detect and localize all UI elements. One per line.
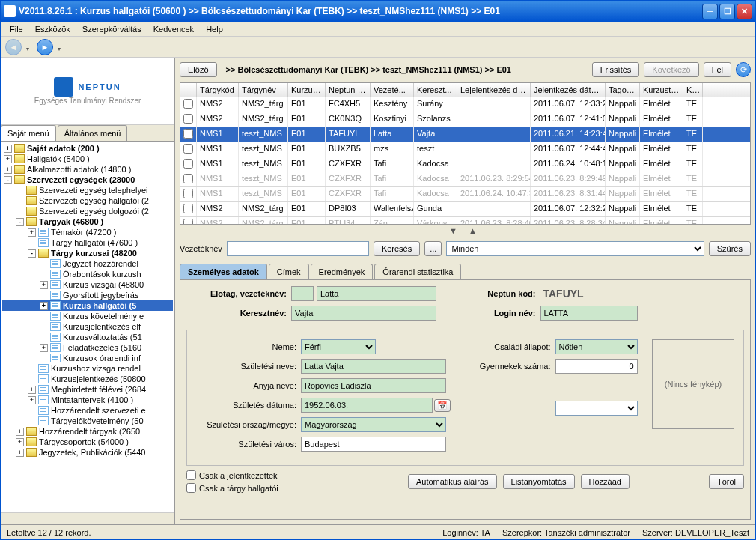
row-checkbox[interactable] [183, 189, 193, 198]
nav-back-dropdown-icon[interactable] [26, 43, 34, 51]
row-checkbox[interactable] [183, 129, 193, 139]
column-header[interactable]: Neptun kód [326, 83, 371, 97]
tab-results[interactable]: Eredmények [311, 264, 374, 279]
country-select[interactable]: Magyarország [301, 417, 446, 432]
tree-item[interactable]: Tárgyelőkövetelmény (50 [2, 416, 173, 426]
tree-toggle-icon[interactable]: + [28, 396, 36, 404]
tree-item[interactable]: Kurzusok órarendi inf [2, 353, 173, 363]
column-header[interactable]: Vezeté... [371, 83, 414, 97]
grid-body[interactable]: NMS2NMS2_tárgE01FC4XH5KeszténySurány2011… [180, 97, 750, 224]
tree-toggle-icon[interactable]: + [28, 228, 36, 237]
menu-roleswitch[interactable]: Szerepkörváltás [76, 23, 147, 35]
tree-hscroll[interactable] [1, 512, 174, 524]
row-checkbox[interactable] [183, 219, 193, 224]
marital-select[interactable]: Nőtlen [555, 339, 638, 354]
prev-button[interactable]: Előző [180, 62, 217, 77]
calendar-icon[interactable]: 📅 [434, 399, 451, 412]
lastname-input[interactable] [317, 286, 436, 301]
column-header[interactable]: Kereszt... [414, 83, 457, 97]
tree-toggle-icon[interactable]: + [40, 281, 48, 289]
tree-item[interactable]: +Feladatkezelés (5160 [2, 342, 173, 353]
column-header[interactable]: Tárgykód [197, 83, 239, 97]
county-select[interactable] [555, 401, 638, 416]
row-checkbox[interactable] [183, 114, 193, 124]
search-input[interactable] [227, 241, 369, 256]
tree-toggle-icon[interactable]: - [16, 218, 24, 226]
minimize-button[interactable]: ─ [702, 4, 718, 19]
tree-toggle-icon[interactable]: + [4, 166, 12, 174]
tab-personal[interactable]: Személyes adatok [180, 264, 267, 279]
tree-toggle-icon[interactable]: + [16, 449, 24, 457]
tab-general-menu[interactable]: Általános menü [58, 125, 128, 141]
column-header[interactable]: Lejelentkezés dát... [457, 83, 531, 97]
birthname-input[interactable] [301, 359, 446, 374]
menu-favorites[interactable]: Kedvencek [147, 23, 200, 35]
tree-item[interactable]: Kurzusváltoztatás (51 [2, 332, 173, 342]
tree-item[interactable]: +Hallgatók (5400 ) [2, 154, 173, 164]
pin-icon[interactable]: ⟳ [736, 62, 751, 77]
tree-item[interactable]: +Mintatantervek (4100 ) [2, 395, 173, 405]
navigation-tree[interactable]: +Saját adatok (200 )+Hallgatók (5400 )+A… [1, 142, 174, 512]
up-button[interactable]: Fel [704, 62, 731, 77]
tree-item[interactable]: +Saját adatok (200 ) [2, 143, 173, 154]
column-header[interactable] [180, 83, 197, 97]
column-header[interactable]: Kurzustípus [640, 83, 683, 97]
tree-item[interactable]: Tárgy hallgatói (47600 ) [2, 237, 173, 248]
tab-own-menu[interactable]: Saját menü [1, 125, 56, 141]
filter-select[interactable]: Minden [446, 241, 704, 256]
row-checkbox[interactable] [183, 159, 193, 169]
tree-item[interactable]: +Hozzárendelt tárgyak (2650 [2, 426, 173, 437]
tree-item[interactable]: Szervezeti egység hallgatói (2 [2, 195, 173, 206]
tree-item[interactable]: Kurzus követelmény e [2, 311, 173, 321]
tree-item[interactable]: +Jegyzetek, Publikációk (5440 [2, 447, 173, 458]
tree-item[interactable]: Szervezeti egység dolgozói (2 [2, 206, 173, 216]
nav-forward-button[interactable]: ► [37, 39, 53, 55]
tree-item[interactable]: Kurzusjelentkezés elf [2, 321, 173, 332]
table-row[interactable]: NMS1teszt_NMSE01TAFUYLLattaVajta2011.06.… [180, 127, 750, 142]
column-header[interactable]: Kurzusk... [288, 83, 326, 97]
children-input[interactable] [555, 359, 638, 374]
login-input[interactable] [540, 306, 638, 321]
column-header[interactable]: Kép [683, 83, 703, 97]
tree-toggle-icon[interactable]: + [4, 145, 12, 153]
table-row[interactable]: NMS2NMS2_tárgE01DP8I03WallenfelszGunda20… [180, 202, 750, 217]
tree-item[interactable]: +Kurzus hallgatói (5 [2, 300, 173, 311]
row-checkbox[interactable] [183, 204, 193, 213]
tree-toggle-icon[interactable]: + [28, 386, 36, 394]
filter-button[interactable]: Szűrés [709, 241, 751, 256]
tree-toggle-icon[interactable]: + [16, 428, 24, 436]
column-header[interactable]: Jelentkezés dátuma [531, 83, 606, 97]
search-more-button[interactable]: ... [424, 241, 442, 256]
table-row[interactable]: NMS1teszt_NMSE01CZXFXRTafiKadocsa2011.06… [180, 172, 750, 187]
city-input[interactable] [301, 437, 446, 452]
gender-select[interactable]: Férfi [301, 339, 376, 354]
tree-item[interactable]: Jegyzet hozzárendel [2, 258, 173, 269]
only-applied-checkbox[interactable] [186, 470, 196, 480]
firstname-input[interactable] [291, 306, 436, 321]
tree-item[interactable]: -Tárgy kurzusai (48200 [2, 248, 173, 258]
tree-toggle-icon[interactable]: - [4, 176, 12, 184]
tree-item[interactable]: Órabontások kurzush [2, 269, 173, 279]
tree-item[interactable]: Hozzárendelt szervezeti e [2, 405, 173, 416]
tree-item[interactable]: -Tárgyak (46800 ) [2, 216, 173, 227]
tab-addresses[interactable]: Címek [269, 264, 309, 279]
nav-back-button[interactable]: ◄ [5, 39, 22, 55]
column-header[interactable]: Tagozat [606, 83, 640, 97]
nav-forward-dropdown-icon[interactable] [58, 43, 65, 51]
tree-item[interactable]: +Kurzus vizsgái (48800 [2, 279, 173, 290]
birthdate-input[interactable] [301, 398, 433, 413]
menu-file[interactable]: File [4, 23, 29, 35]
tree-item[interactable]: Kurzusjelentkezés (50800 [2, 374, 173, 384]
tree-item[interactable]: +Meghirdetett félévei (2684 [2, 384, 173, 395]
tree-item[interactable]: +Témakör (47200 ) [2, 227, 173, 237]
only-course-checkbox[interactable] [186, 483, 196, 493]
table-row[interactable]: NMS2NMS2_tárgE01CK0N3QKosztinyiSzolanzs2… [180, 112, 750, 127]
search-button[interactable]: Keresés [374, 241, 420, 256]
close-button[interactable]: ✕ [737, 4, 752, 19]
tree-item[interactable]: Szervezeti egység telephelyei [2, 185, 173, 195]
column-header[interactable]: Tárgynév [239, 83, 288, 97]
tree-item[interactable]: -Szervezeti egységek (28000 [2, 175, 173, 185]
row-checkbox[interactable] [183, 144, 193, 154]
tree-item[interactable]: +Tárgycsoportok (54000 ) [2, 437, 173, 447]
maximize-button[interactable]: ☐ [719, 4, 735, 19]
